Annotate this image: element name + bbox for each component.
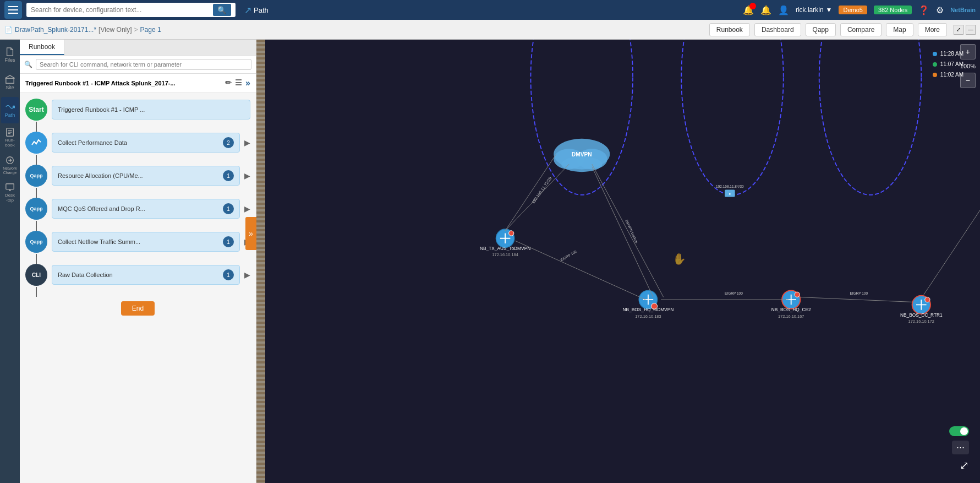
mqc-step-content[interactable]: MQC QoS Offered and Drop R... 1	[52, 199, 240, 219]
dmvpn-node[interactable]: DMVPN	[554, 139, 610, 172]
svg-text:172.16.10.172: 172.16.10.172	[908, 319, 934, 324]
bottom-toggles: ··· ⤢	[949, 426, 969, 472]
connector-1	[36, 155, 37, 165]
nb-tx-aus-node[interactable]: NB_TX_AUS_ToDMVPN 172.16.10.184	[480, 229, 530, 257]
path-region-3	[819, 40, 922, 195]
canvas-toolbar: + 100% −	[960, 44, 976, 88]
sidebar-item-path[interactable]: Path	[1, 97, 19, 123]
resource-step-icon: Qapp	[25, 165, 47, 187]
tab-qapp[interactable]: Qapp	[806, 23, 836, 36]
netbrain-logo: NetBrain	[950, 7, 976, 13]
netflow-step-count: 1	[223, 236, 234, 247]
search-button[interactable]: 🔍	[213, 4, 231, 16]
sidebar-runbook-label: Run- book	[5, 138, 14, 148]
netflow-step-text: Collect Netflow Traffic Summ...	[58, 238, 140, 245]
link-label-eigrp-3: EIGRP 100	[850, 291, 868, 295]
svg-text:●: ●	[729, 192, 731, 196]
sidebar-item-site[interactable]: Site	[1, 69, 19, 96]
window-controls: ⤢ —	[954, 25, 976, 35]
view-only-badge: [View Only]	[98, 26, 132, 34]
breadcrumb-sep: >	[134, 26, 138, 34]
svg-text:172.16.10.184: 172.16.10.184	[492, 252, 518, 257]
path-label: Path	[254, 6, 269, 14]
sidebar-desktop-label: Desk -top	[5, 193, 15, 203]
nb-bos-hq-ce2-node[interactable]: NB_BOS_HQ_CE2 172.16.10.167	[771, 290, 811, 318]
zoom-in-button[interactable]: +	[960, 44, 976, 59]
path-line-1	[505, 154, 556, 231]
netflow-step-content[interactable]: Collect Netflow Traffic Summ... 1	[52, 232, 240, 252]
mqc-step-text: MQC QoS Offered and Drop R...	[58, 205, 145, 212]
settings-icon[interactable]: ⚙	[936, 5, 944, 15]
page-label[interactable]: Page 1	[140, 26, 161, 34]
svg-text:DMVPN: DMVPN	[572, 151, 592, 158]
expand-icon[interactable]: »	[245, 78, 250, 88]
link-label-1: 192.168.11.72/29	[530, 176, 552, 204]
svg-text:NB_BOS_DC_RTR1: NB_BOS_DC_RTR1	[900, 312, 943, 318]
nb-bos-dc-rtr1-node[interactable]: NB_BOS_DC_RTR1 172.16.10.172	[900, 296, 943, 324]
panel-tabs: Runbook	[20, 40, 256, 56]
svg-rect-10	[6, 184, 14, 189]
zoom-level: 100%	[960, 63, 976, 69]
nb-bos-hq-dmvpn-node[interactable]: NB_BOS_HQ_toDMVPN 172.16.10.183	[623, 290, 674, 318]
mqc-step-count: 1	[223, 203, 234, 214]
sidebar-files-label: Files	[4, 58, 15, 63]
toggle-switch[interactable]	[949, 426, 969, 436]
mqc-step-arrow[interactable]: ▶	[244, 204, 250, 213]
start-step-content[interactable]: Triggered Runbook #1 - ICMP ...	[52, 100, 250, 120]
left-sidebar: Files Site Path Run- book Network Change…	[0, 40, 20, 483]
end-button[interactable]: End	[121, 301, 155, 316]
tab-runbook[interactable]: Runbook	[709, 23, 750, 36]
sidebar-item-files[interactable]: Files	[1, 42, 19, 68]
dots-button[interactable]: ···	[952, 441, 969, 454]
raw-step-arrow[interactable]: ▶	[244, 270, 250, 279]
tab-dashboard[interactable]: Dashboard	[754, 23, 801, 36]
tab-compare[interactable]: Compare	[840, 23, 882, 36]
alert-bell-icon[interactable]: 🔔	[760, 5, 771, 15]
maximize-icon[interactable]: ⤢	[954, 25, 963, 35]
help-icon[interactable]: ❓	[918, 5, 929, 15]
tab-map[interactable]: Map	[886, 23, 913, 36]
panel-expand-button[interactable]: »	[245, 217, 256, 250]
menu-button[interactable]	[4, 1, 22, 19]
perf-step-icon	[25, 132, 47, 154]
sidebar-path-label: Path	[5, 113, 15, 118]
svg-point-31	[925, 297, 930, 302]
perf-step-arrow[interactable]: ▶	[244, 138, 250, 147]
step-row-netflow: Qapp Collect Netflow Traffic Summ... 1 ▶	[25, 231, 250, 253]
edit-icon[interactable]: ✏	[225, 78, 232, 88]
link-label-eigrp-1: EIGRP 100	[560, 249, 577, 262]
start-step-icon: Start	[25, 99, 47, 121]
tab-more[interactable]: More	[918, 23, 947, 36]
notification-bell-icon[interactable]: 🔔	[743, 5, 754, 15]
network-canvas[interactable]: DMVPN NB_TX_AUS_ToDMVPN 172.16.10.184 NB…	[265, 40, 980, 483]
raw-step-content[interactable]: Raw Data Collection 1	[52, 265, 240, 285]
search-input[interactable]	[31, 6, 211, 14]
user-icon[interactable]: 👤	[778, 5, 789, 15]
top-bar: 🔍 ↗ Path 🔔 🔔 👤 rick.larkin ▼ Demo5 382 N…	[0, 0, 980, 20]
runbook-search-input[interactable]	[36, 59, 251, 70]
time-dot-green	[933, 62, 937, 67]
svg-rect-3	[6, 78, 14, 83]
expand-corner-icon[interactable]: ⤢	[960, 459, 969, 472]
doc-name[interactable]: DrawPath_Splunk-20171...*	[15, 26, 96, 34]
time-entry-1: 11:07 AM	[933, 61, 963, 67]
search-container: 🔍	[26, 3, 236, 17]
list-icon[interactable]: ☰	[235, 78, 242, 88]
step-row-raw: CLI Raw Data Collection 1 ▶	[25, 264, 250, 286]
resource-step-content[interactable]: Resource Allocation (CPU/Me... 1	[52, 166, 240, 186]
perf-step-count: 2	[223, 137, 234, 148]
time-entry-0: 11:28 AM	[933, 51, 963, 57]
sidebar-site-label: Site	[6, 85, 14, 91]
tab-runbook-panel[interactable]: Runbook	[20, 40, 64, 55]
perf-step-content[interactable]: Collect Performance Data 2	[52, 133, 240, 153]
resource-step-count: 1	[223, 170, 234, 181]
sidebar-item-desktop[interactable]: Desk -top	[1, 180, 19, 206]
nav-tabs-right: Runbook Dashboard Qapp Compare Map More	[709, 23, 947, 36]
toggle-row	[949, 426, 969, 436]
notification-badge	[749, 3, 756, 9]
sidebar-item-runbook[interactable]: Run- book	[1, 124, 19, 151]
resource-step-arrow[interactable]: ▶	[244, 171, 250, 180]
sidebar-item-network-change[interactable]: Network Change	[1, 152, 19, 178]
minimize-icon[interactable]: —	[966, 25, 976, 35]
zoom-out-button[interactable]: −	[960, 73, 976, 88]
